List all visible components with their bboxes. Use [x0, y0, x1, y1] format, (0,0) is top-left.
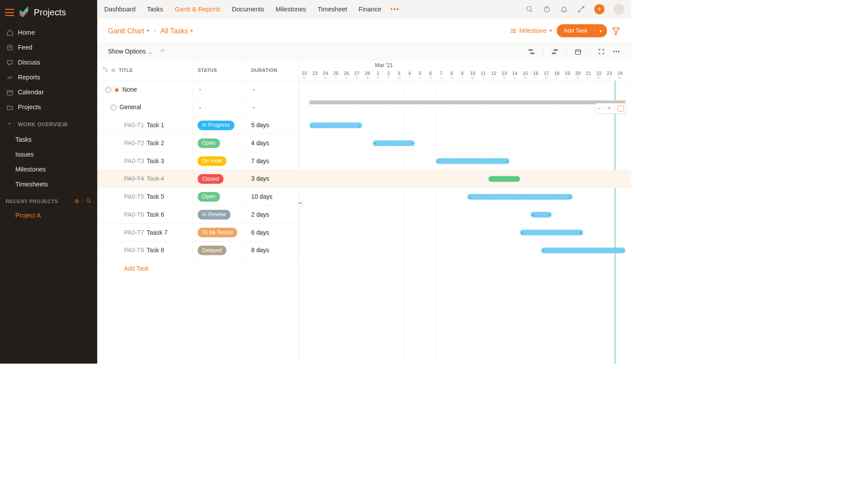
tools-icon[interactable]	[577, 5, 585, 14]
gantt-bar[interactable]: ◂▸	[436, 158, 509, 164]
task-title-cell[interactable]: PA0-T7 Taask 7	[97, 224, 192, 241]
bar-resize-right[interactable]: ▸	[580, 231, 583, 235]
col-title[interactable]: ⊙ TITLE	[97, 60, 192, 80]
fullscreen-icon[interactable]	[598, 48, 605, 55]
hamburger-icon[interactable]	[5, 9, 14, 16]
nav-issues[interactable]: Issues	[0, 147, 97, 162]
indent-icon[interactable]	[551, 48, 559, 55]
filter-icon[interactable]	[612, 26, 620, 35]
task-row[interactable]: PA0-T1 Task 1 In Progress 5 days	[97, 116, 299, 134]
task-title-cell[interactable]: PA0-T4 Task 4	[97, 170, 192, 188]
zoom-fit-icon[interactable]	[618, 105, 624, 111]
nav-milestones[interactable]: Milestones	[0, 162, 97, 177]
tab-gantt-&-reports[interactable]: Gantt & Reports	[175, 6, 221, 13]
gantt-bar[interactable]: ◂▸	[541, 247, 625, 253]
task-status-cell[interactable]: Open	[192, 188, 246, 205]
task-status-cell[interactable]: Open	[192, 134, 246, 152]
tab-timesheet[interactable]: Timesheet	[317, 6, 347, 13]
group-title[interactable]: ⌃ ◆ None	[97, 81, 192, 98]
bar-resize-right[interactable]: ▸	[569, 195, 572, 199]
show-options[interactable]: Show Options ⌄	[108, 48, 153, 55]
group-bar[interactable]	[309, 100, 625, 104]
task-title-cell[interactable]: PA0-T3 Task 3	[97, 152, 192, 170]
more-tabs-icon[interactable]: •••	[390, 5, 399, 14]
hierarchy-icon[interactable]	[102, 67, 108, 74]
search-icon[interactable]	[86, 198, 92, 205]
tab-dashboard[interactable]: Dashboard	[104, 6, 135, 13]
add-task-dropdown[interactable]: ▾	[594, 25, 607, 36]
bar-resize-right[interactable]: ▸	[622, 249, 625, 253]
add-button[interactable]: +	[594, 4, 605, 14]
nav-timesheets[interactable]: Timesheets	[0, 177, 97, 192]
task-title-cell[interactable]: PA0-T6 Task 6	[97, 206, 192, 223]
bar-resize-left[interactable]: ◂	[531, 213, 534, 217]
bar-resize-right[interactable]: ▸	[358, 123, 361, 127]
gantt-bar[interactable]: ◂▸	[520, 230, 583, 236]
col-status[interactable]: STATUS	[192, 60, 246, 80]
nav-home[interactable]: Home	[0, 25, 97, 40]
task-row[interactable]: PA0-T4 Task 4 Closed 3 days	[97, 170, 299, 188]
nav-reports[interactable]: Reports	[0, 70, 97, 85]
tab-finance[interactable]: Finance	[359, 6, 381, 13]
nav-projects[interactable]: Projects	[0, 100, 97, 115]
bar-resize-right[interactable]: ▸	[505, 159, 509, 163]
task-row[interactable]: PA0-T3 Task 3 On Hold 7 days	[97, 152, 299, 170]
more-options-icon[interactable]: •••	[613, 48, 620, 55]
nav-calendar[interactable]: Calendar	[0, 85, 97, 100]
task-status-cell[interactable]: To be Tested	[192, 224, 246, 241]
bar-resize-left[interactable]: ◂	[542, 249, 545, 253]
zoom-in-icon[interactable]: +	[608, 105, 611, 111]
bar-resize-left[interactable]: ◂	[468, 195, 471, 199]
gantt-view-icon[interactable]	[528, 48, 535, 55]
gantt-bar[interactable]	[488, 176, 520, 182]
timer-icon[interactable]	[543, 5, 551, 14]
task-row[interactable]: PA0-T2 Task 2 Open 4 days	[97, 134, 299, 152]
zoom-out-icon[interactable]: −	[597, 105, 601, 112]
bar-resize-left[interactable]: ◂	[374, 141, 377, 145]
task-title-cell[interactable]: PA0-T5 Task 5	[97, 188, 192, 205]
task-row[interactable]: PA0-T8 Task 8 Delayed 8 days	[97, 242, 299, 260]
work-overview-section[interactable]: ⌃ WORK OVERVIEW	[0, 115, 97, 132]
bell-icon[interactable]	[560, 5, 568, 14]
search-icon[interactable]	[526, 5, 534, 14]
nav-discuss[interactable]: Discuss	[0, 55, 97, 70]
task-title-cell[interactable]: PA0-T8 Task 8	[97, 242, 192, 259]
group-row-none[interactable]: ⌃ ◆ None - -	[97, 81, 299, 99]
task-title-cell[interactable]: PA0-T1 Task 1	[97, 116, 192, 134]
add-task-inline[interactable]: Add Task	[97, 259, 299, 278]
filter-selector[interactable]: All Tasks	[160, 27, 193, 35]
bar-resize-right[interactable]: ▸	[548, 213, 551, 217]
group-row-general[interactable]: ⌃ General - -	[97, 99, 299, 117]
collapse-icon[interactable]: ⌃	[106, 86, 111, 92]
task-status-cell[interactable]: On Hold	[192, 152, 246, 170]
milestone-toggle[interactable]: Milestone	[510, 27, 552, 35]
gantt-bar[interactable]: ◂▸	[373, 140, 415, 146]
task-status-cell[interactable]: In Review	[192, 206, 246, 223]
task-status-cell[interactable]: Closed	[192, 170, 246, 188]
nav-tasks[interactable]: Tasks	[0, 132, 97, 147]
add-task-button[interactable]: Add Task ▾	[557, 24, 607, 37]
task-status-cell[interactable]: In Progress	[192, 116, 246, 134]
nav-feed[interactable]: Feed	[0, 40, 97, 55]
group-title[interactable]: ⌃ General	[97, 99, 192, 116]
task-title-cell[interactable]: PA0-T2 Task 2	[97, 134, 192, 152]
task-row[interactable]: PA0-T7 Taask 7 To be Tested 6 days	[97, 224, 299, 242]
gantt-bar[interactable]: ◂▸	[309, 122, 362, 128]
gantt-bar[interactable]: ◂▸	[530, 212, 551, 218]
task-row[interactable]: PA0-T5 Task 5 Open 10 days	[97, 188, 299, 206]
gantt-bar[interactable]: ◂▸	[467, 194, 573, 200]
bar-resize-right[interactable]: ▸	[411, 141, 414, 145]
bar-resize-left[interactable]: ◂	[310, 123, 313, 127]
expand-all-icon[interactable]: ⊙	[111, 68, 116, 73]
gantt-body[interactable]: − + ◂▸◂▸◂▸◂▸◂▸◂▸◂▸	[299, 81, 631, 364]
col-duration[interactable]: DURATION	[246, 60, 299, 80]
task-row[interactable]: PA0-T6 Task 6 In Review 2 days	[97, 206, 299, 224]
tab-milestones[interactable]: Milestones	[276, 6, 306, 13]
task-status-cell[interactable]: Delayed	[192, 242, 246, 259]
tab-tasks[interactable]: Tasks	[147, 6, 163, 13]
avatar[interactable]	[613, 4, 624, 15]
undo-icon[interactable]: ↶	[160, 48, 167, 55]
today-icon[interactable]	[574, 48, 582, 55]
view-selector[interactable]: Gantt Chart	[108, 27, 149, 35]
collapse-icon[interactable]: ⌃	[110, 104, 116, 110]
